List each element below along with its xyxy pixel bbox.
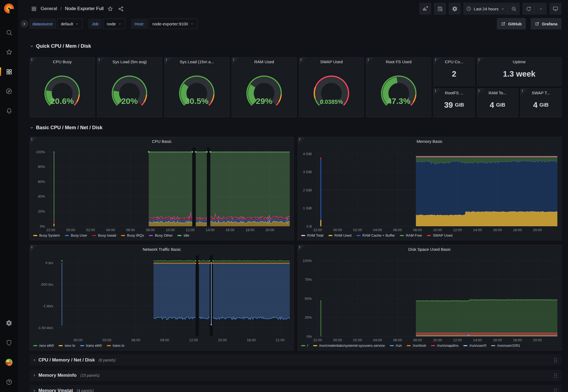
svg-text:18:00: 18:00: [513, 228, 522, 232]
legend-swatch: [301, 345, 305, 346]
expand-menu-button[interactable]: ›: [20, 20, 28, 28]
legend-item[interactable]: Busy IRQs: [121, 233, 144, 237]
legend-label: recv eth0: [39, 343, 54, 348]
user-avatar[interactable]: [3, 356, 15, 369]
legend-item[interactable]: trans eth0: [80, 343, 102, 348]
stat-value: 4GiB: [477, 97, 518, 117]
stat-panel: iCPU Co...2: [433, 57, 475, 86]
zoom-out-icon[interactable]: [508, 3, 520, 15]
legend-item[interactable]: recv lo: [59, 343, 75, 348]
row-quick-cpu-mem-disk[interactable]: Quick CPU / Mem / Disk: [30, 41, 561, 51]
legend-item[interactable]: Busy Other: [149, 233, 173, 237]
cycle-view-tv-icon[interactable]: [549, 3, 561, 15]
svg-text:08:00: 08:00: [413, 228, 422, 232]
svg-text:-1.50 kb/s: -1.50 kb/s: [38, 326, 53, 330]
variable-host-value[interactable]: node-exporter:9100: [149, 19, 197, 29]
add-panel-button[interactable]: [419, 3, 431, 15]
gauge-panel: iRoot FS Used47.3%: [366, 57, 431, 117]
panel-title[interactable]: Disk Space Used Basic: [298, 245, 561, 253]
panel-title[interactable]: Memory Basic: [298, 137, 561, 145]
svg-text:21:00: 21:00: [276, 338, 285, 342]
drag-handle-icon[interactable]: [554, 358, 558, 363]
svg-text:18:00: 18:00: [246, 228, 255, 232]
legend-item[interactable]: Idle: [177, 233, 189, 237]
legend-swatch: [92, 235, 96, 236]
svg-text:16:00: 16:00: [226, 228, 235, 232]
svg-text:0%: 0%: [40, 224, 45, 228]
charts-row-2: iNetwork Traffic Basic0 b/s-500 b/s-1 kb…: [30, 245, 561, 351]
panel-title[interactable]: RAM Used: [232, 58, 297, 66]
variable-datasource-value[interactable]: default: [57, 19, 82, 29]
breadcrumb-dashboard-title[interactable]: Node Exporter Full: [65, 6, 104, 11]
starred-icon[interactable]: [3, 46, 15, 58]
legend-item[interactable]: /run/snapd/ns: [431, 343, 458, 348]
legend-item[interactable]: RAM Free: [400, 233, 422, 237]
share-icon[interactable]: [117, 5, 125, 13]
panel-title[interactable]: Sys Load (15m a...: [165, 58, 229, 66]
legend-item[interactable]: /: [301, 343, 308, 348]
legend-item[interactable]: /run/credentials/systemd-sysusers.servic…: [313, 343, 385, 348]
drag-handle-icon[interactable]: [554, 373, 558, 378]
stat-number: 1.3 week: [503, 70, 535, 79]
legend-item[interactable]: /run: [390, 343, 402, 348]
collapsed-row[interactable]: CPU / Memory / Net / Disk(8 panels): [30, 354, 561, 366]
legend-item[interactable]: recv eth0: [33, 343, 54, 348]
collapsed-row-title: Memory Vmstat: [38, 388, 73, 392]
panel-title[interactable]: Sys Load (5m avg): [97, 58, 162, 66]
drag-handle-icon[interactable]: [554, 388, 558, 392]
explore-compass-icon[interactable]: [3, 85, 15, 98]
breadcrumb-section[interactable]: General: [41, 6, 57, 11]
help-icon[interactable]: [3, 376, 15, 388]
legend-item[interactable]: SWAP Used: [427, 233, 452, 237]
legend-item[interactable]: /run/user/1001: [491, 343, 520, 348]
svg-text:06:00: 06:00: [393, 228, 402, 232]
dashboard-settings-gear-icon[interactable]: [449, 3, 461, 15]
grafana-link-button[interactable]: Grafana: [531, 18, 561, 29]
sidebar-top-nav: [0, 26, 18, 117]
search-icon[interactable]: [3, 26, 15, 39]
legend-item[interactable]: trans lo: [107, 343, 125, 348]
panel-title[interactable]: Uptime: [477, 58, 561, 66]
legend-label: /run/snapd/ns: [437, 343, 458, 348]
collapsed-row[interactable]: Memory Meminfo(15 panels): [30, 370, 561, 381]
collapsed-row-panel-count: (8 panels): [99, 358, 116, 362]
variable-job-value[interactable]: node: [103, 19, 125, 29]
svg-text:06:00: 06:00: [131, 338, 140, 342]
refresh-interval-dropdown[interactable]: [535, 3, 547, 15]
main-area: General / Node Exporter Full: [18, 0, 568, 392]
variable-datasource: datasource default: [29, 19, 82, 29]
variable-job-label: Job: [88, 19, 102, 29]
legend-item[interactable]: /run/user/0: [463, 343, 486, 348]
panel-title[interactable]: SWAP Used: [299, 58, 364, 66]
grafana-logo-icon[interactable]: [4, 3, 14, 14]
collapsed-row[interactable]: Memory Vmstat(4 panels): [30, 385, 561, 392]
server-admin-shield-icon[interactable]: [3, 336, 15, 349]
github-link-button[interactable]: GitHub: [497, 18, 526, 29]
gauge-panel: iSWAP Used0.0385%: [299, 57, 364, 117]
time-range-picker[interactable]: Last 24 hours: [463, 3, 507, 15]
gauge-svg: 0.0385%: [308, 74, 355, 109]
panel-title[interactable]: Root FS Used: [366, 58, 431, 66]
chart-svg-cpu: 100%80%60%40%20%0%22:0000:0002:0004:0006…: [30, 145, 294, 233]
gauge-svg: 47.3%: [375, 74, 422, 109]
save-dashboard-button[interactable]: [434, 3, 446, 15]
panel-title[interactable]: Network Traffic Basic: [30, 245, 294, 253]
legend-item[interactable]: Busy Iowait: [92, 233, 116, 237]
refresh-icon[interactable]: [522, 3, 534, 15]
legend-label: RAM Used: [334, 233, 352, 237]
panel-title[interactable]: CPU Busy: [30, 58, 95, 66]
dashboards-icon[interactable]: [3, 65, 15, 78]
row-basic-cpu-mem-net-disk[interactable]: Basic CPU / Mem / Net / Disk: [30, 123, 561, 132]
configuration-gear-icon[interactable]: [3, 317, 15, 329]
panel-title[interactable]: CPU Basic: [30, 137, 294, 145]
legend-item[interactable]: Busy User: [65, 233, 87, 237]
legend-item[interactable]: Busy System: [33, 233, 60, 237]
alerting-bell-icon[interactable]: [3, 105, 15, 117]
legend-item[interactable]: RAM Total: [301, 233, 324, 237]
legend-item[interactable]: RAM Used: [328, 233, 352, 237]
legend-label: RAM Free: [406, 233, 422, 237]
legend-item[interactable]: /run/lock: [407, 343, 426, 348]
collapsed-row-panel-count: (15 panels): [80, 373, 99, 378]
favorite-star-icon[interactable]: [106, 5, 114, 13]
legend-item[interactable]: RAM Cache + Buffer: [356, 233, 395, 237]
